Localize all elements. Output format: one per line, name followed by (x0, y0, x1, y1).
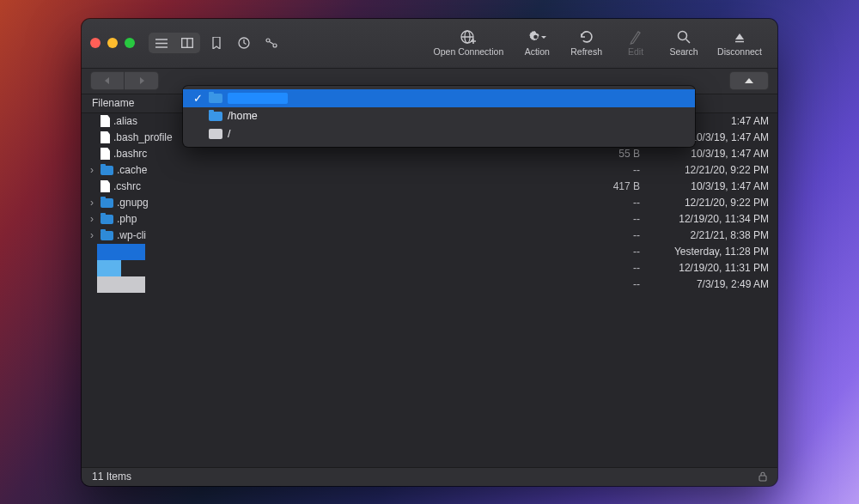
file-modified: 7/3/19, 2:49 AM (640, 278, 777, 290)
checkmark-icon: ✓ (192, 92, 204, 105)
file-icon (101, 115, 110, 127)
file-row[interactable]: --Yesterday, 11:28 PM (82, 244, 777, 260)
file-name: .bashrc (113, 148, 588, 160)
folder-icon (209, 112, 222, 121)
file-row[interactable]: --7/3/19, 2:49 AM (82, 276, 777, 293)
transfers-icon[interactable] (260, 33, 283, 53)
column-view-icon[interactable] (174, 33, 200, 53)
nav-forward-button[interactable] (125, 71, 159, 90)
svg-rect-17 (759, 476, 766, 481)
redacted-filename (97, 260, 145, 276)
file-icon (101, 180, 110, 192)
svg-line-15 (686, 39, 691, 44)
folder-icon (101, 215, 113, 224)
drive-icon (209, 129, 222, 139)
go-up-button[interactable] (729, 71, 769, 90)
edit-button: Edit (614, 29, 657, 57)
file-modified: 12/19/20, 11:34 PM (640, 213, 777, 225)
path-dropdown-item[interactable]: /home (183, 107, 695, 125)
item-count-label: 11 Items (92, 471, 131, 483)
file-size: -- (588, 213, 640, 225)
file-name: .php (117, 213, 588, 225)
refresh-label: Refresh (570, 46, 602, 57)
folder-icon (209, 94, 222, 103)
file-modified: 10/3/19, 1:47 AM (640, 148, 777, 160)
svg-point-6 (266, 39, 270, 42)
window-controls (90, 38, 135, 48)
history-icon[interactable] (233, 33, 255, 53)
search-label: Search (669, 46, 698, 57)
file-name: .cache (117, 164, 588, 176)
file-modified: Yesterday, 11:28 PM (640, 246, 777, 258)
file-row[interactable]: ›.php--12/19/20, 11:34 PM (82, 211, 777, 228)
path-dropdown-item[interactable]: ✓ (183, 89, 695, 107)
open-connection-button[interactable]: Open Connection (427, 29, 511, 57)
file-size: -- (588, 197, 640, 209)
file-row[interactable]: --12/19/20, 11:31 PM (82, 260, 777, 276)
folder-icon (101, 166, 113, 175)
file-icon (101, 131, 110, 143)
file-modified: 12/21/20, 9:22 PM (640, 197, 777, 209)
file-size: -- (588, 164, 640, 176)
refresh-button[interactable]: Refresh (564, 29, 609, 57)
file-size: -- (588, 246, 640, 258)
file-modified: 2/21/21, 8:38 PM (640, 229, 777, 241)
svg-point-13 (533, 35, 538, 39)
status-bar: 11 Items (82, 467, 777, 486)
disconnect-label: Disconnect (717, 46, 762, 57)
folder-icon (101, 198, 113, 208)
file-modified: 12/21/20, 9:22 PM (640, 164, 777, 176)
history-nav (90, 71, 159, 90)
minimize-window-button[interactable] (107, 38, 118, 48)
file-name: .gnupg (117, 197, 588, 209)
redacted-path (228, 93, 288, 104)
path-label: / (228, 128, 230, 140)
disconnect-button[interactable]: Disconnect (710, 29, 769, 57)
zoom-window-button[interactable] (125, 38, 135, 48)
open-connection-label: Open Connection (434, 46, 504, 57)
file-icon (101, 148, 110, 160)
redacted-filename (97, 244, 145, 260)
file-name: .wp-cli (117, 229, 588, 241)
file-row[interactable]: .cshrc417 B10/3/19, 1:47 AM (82, 179, 777, 195)
file-modified: 12/19/20, 11:31 PM (640, 262, 777, 274)
file-size: -- (588, 262, 640, 274)
lock-icon (758, 471, 767, 482)
titlebar: Open Connection Action Refresh Edit Sear… (82, 19, 777, 69)
view-mode-toggle[interactable] (149, 33, 200, 53)
file-size: 417 B (588, 180, 640, 192)
list-view-icon[interactable] (149, 33, 174, 53)
file-row[interactable]: ›.cache--12/21/20, 9:22 PM (82, 162, 777, 179)
folder-icon (101, 231, 113, 240)
action-button[interactable]: Action (515, 29, 558, 57)
file-size: -- (588, 229, 640, 241)
svg-point-7 (273, 44, 277, 47)
disclosure-triangle-icon[interactable]: › (87, 229, 97, 241)
svg-point-14 (679, 32, 687, 40)
file-name: .cshrc (113, 180, 588, 192)
path-dropdown[interactable]: ✓/home/ (183, 86, 695, 147)
edit-label: Edit (628, 46, 643, 57)
file-row[interactable]: ›.wp-cli--2/21/21, 8:38 PM (82, 228, 777, 244)
disclosure-triangle-icon[interactable]: › (87, 164, 97, 176)
file-row[interactable]: .bashrc55 B10/3/19, 1:47 AM (82, 146, 777, 162)
file-size: -- (588, 278, 640, 290)
action-label: Action (525, 46, 550, 57)
redacted-filename (97, 276, 145, 293)
path-dropdown-item[interactable]: / (183, 125, 695, 143)
column-filename-label: Filename (92, 97, 134, 109)
file-list[interactable]: .alias1:47 AM.bash_profile81 B10/3/19, 1… (82, 113, 777, 467)
disclosure-triangle-icon[interactable]: › (87, 213, 97, 225)
file-modified: 10/3/19, 1:47 AM (640, 180, 777, 192)
app-window: Open Connection Action Refresh Edit Sear… (82, 19, 777, 486)
disclosure-triangle-icon[interactable]: › (87, 197, 97, 209)
file-size: 55 B (588, 148, 640, 160)
nav-back-button[interactable] (90, 71, 125, 90)
close-window-button[interactable] (90, 38, 101, 48)
search-button[interactable]: Search (662, 29, 705, 57)
bookmark-icon[interactable] (205, 33, 228, 53)
path-label: /home (228, 110, 258, 122)
file-row[interactable]: ›.gnupg--12/21/20, 9:22 PM (82, 195, 777, 211)
